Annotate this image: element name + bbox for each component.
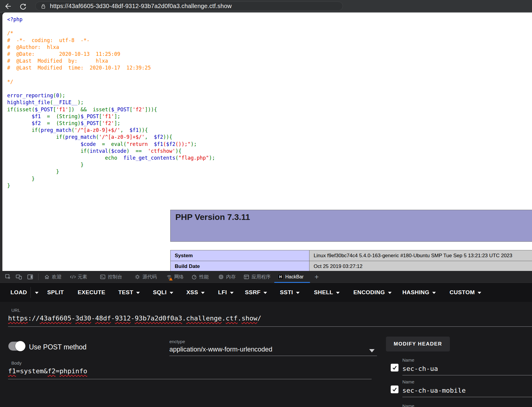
header-enabled-checkbox[interactable] — [391, 386, 398, 393]
menu-label: ENCODING — [353, 289, 385, 296]
menu-execute-button[interactable]: EXECUTE — [78, 283, 105, 302]
header-name-label: Name — [402, 379, 414, 384]
code-token: intval — [90, 148, 108, 154]
code-token: [ — [99, 120, 102, 126]
menu-lfi-button[interactable]: LFI — [218, 283, 234, 302]
code-token: $f2 — [166, 141, 175, 147]
inspect-icon[interactable] — [5, 274, 11, 280]
reload-button[interactable] — [19, 2, 27, 10]
code-token — [7, 113, 32, 119]
code-token: # @Author: hlxa — [7, 44, 59, 50]
device-toolbar-icon[interactable] — [16, 274, 22, 280]
text-segment: :// — [28, 314, 40, 322]
menu-caret-icon — [478, 292, 481, 294]
code-token: '/^[a-z0-9]+$/' — [99, 134, 145, 140]
devtools-panel: + 欢迎元素控制台源代码网络性能内存应用程序HHackBar LOADSPLIT… — [0, 271, 532, 407]
devtools-tab-hackbar[interactable]: HHackBar — [278, 271, 303, 283]
menu-ssti-button[interactable]: SSTI — [280, 283, 300, 302]
menu-shell-button[interactable]: SHELL — [314, 283, 340, 302]
menu-hashing-button[interactable]: HASHING — [402, 283, 436, 302]
code-token: __FILE__ — [53, 99, 78, 105]
page-viewport: <?php /* # -*- coding: utf-8 -*- # @Auth… — [2, 13, 532, 271]
code-token: ( — [71, 127, 74, 133]
code-token: ( — [50, 99, 53, 105]
hackbar-icon: H — [278, 274, 283, 280]
header-enabled-checkbox[interactable] — [391, 364, 398, 371]
text-segment: / — [257, 314, 261, 322]
body-field-underline — [8, 379, 372, 379]
modify-header-button[interactable]: MODIFY HEADER — [386, 337, 450, 352]
menu-ssrf-button[interactable]: SSRF — [245, 283, 267, 302]
body-input[interactable]: f1=system&f2=phpinfo — [8, 367, 87, 375]
text-segment: 93b7a2d0f0a3 — [135, 314, 182, 322]
devtools-tab-code[interactable]: 元素 — [70, 271, 87, 283]
devtools-tab-console[interactable]: 控制台 — [100, 271, 122, 283]
back-button[interactable] — [4, 2, 12, 10]
menu-split-button[interactable]: SPLIT — [47, 283, 64, 302]
code-token: # @Last Modified by: hlxa — [7, 58, 108, 64]
code-token: } — [7, 176, 35, 182]
memory-icon — [218, 274, 224, 280]
more-tabs-button[interactable]: + — [313, 273, 320, 280]
code-token: ]) && isset( — [68, 107, 111, 112]
use-post-toggle-thumb[interactable] — [15, 341, 25, 351]
dock-side-icon[interactable] — [27, 274, 33, 280]
address-bar[interactable]: https://43af6605-3d30-48df-9312-93b7a2d0… — [35, 1, 343, 11]
menu-custom-button[interactable]: CUSTOM — [450, 283, 481, 302]
code-token: 'f2' — [133, 107, 145, 112]
text-segment: . — [237, 314, 241, 322]
phpinfo-table: SystemLinux f9ef30bc74c4 5.4.0-163-gener… — [170, 250, 532, 271]
code-token: error_reporting — [7, 92, 53, 98]
menu-xss-button[interactable]: XSS — [186, 283, 205, 302]
enctype-select[interactable]: application/x-www-form-urlencoded — [169, 346, 272, 353]
code-token: = eval( — [96, 141, 126, 147]
tab-label: 应用程序 — [252, 274, 271, 280]
devtools-tab-home[interactable]: 欢迎 — [44, 271, 62, 283]
text-segment: - — [131, 314, 135, 322]
phpinfo-row-label: System — [171, 250, 309, 261]
header-name-input[interactable]: sec-ch-ua — [402, 365, 438, 372]
text-segment: = — [56, 367, 59, 375]
home-icon — [44, 274, 50, 280]
code-token: ]; — [114, 120, 120, 126]
code-token: [ — [53, 107, 56, 112]
tab-label: 网络 — [174, 274, 184, 280]
url-input[interactable]: https://43af6605-3d30-48df-9312-93b7a2d0… — [8, 314, 261, 322]
devtools-tab-memory[interactable]: 内存 — [218, 271, 236, 283]
menu-label: LOAD — [10, 289, 27, 296]
code-token: ); — [77, 99, 83, 105]
code-token: $_POST — [81, 120, 99, 126]
menu-caret-icon — [336, 292, 340, 294]
text-segment: challenge — [186, 314, 222, 322]
devtools-tab-application[interactable]: 应用程序 — [243, 271, 271, 283]
devtools-tab-network[interactable]: 网络 — [166, 271, 184, 283]
menu-load-button[interactable]: LOAD — [10, 283, 27, 302]
menu-test-button[interactable]: TEST — [118, 283, 140, 302]
phpinfo-row-value: Linux f9ef30bc74c4 5.4.0-163-generic #18… — [309, 250, 532, 261]
code-token: [ — [129, 107, 132, 112]
menu-caret-icon — [388, 292, 392, 294]
console-icon — [100, 274, 106, 280]
code-token: # -*- coding: utf-8 -*- — [7, 37, 90, 43]
tab-label: 源代码 — [142, 274, 157, 280]
code-token: $f2 — [32, 120, 41, 126]
toolbar-separator — [38, 274, 39, 280]
header-name-input[interactable]: sec-ch-ua-mobile — [402, 387, 466, 394]
menu-encoding-button[interactable]: ENCODING — [353, 283, 392, 302]
phpinfo-title: PHP Version 7.3.11 — [175, 212, 250, 222]
code-token: } — [7, 183, 10, 189]
enctype-dropdown-icon[interactable] — [369, 349, 375, 352]
text-segment: 43af6605 — [40, 314, 71, 322]
devtools-tab-performance[interactable]: 性能 — [191, 271, 209, 283]
code-token: preg_match — [65, 134, 96, 140]
devtools-tab-sources[interactable]: 源代码 — [134, 271, 157, 283]
text-segment: ctf — [226, 314, 238, 322]
text-segment: . — [222, 314, 226, 322]
menu-load-dropdown-button[interactable] — [35, 283, 39, 302]
code-token: if( — [7, 148, 90, 154]
menu-label: SPLIT — [47, 289, 64, 296]
hackbar-menubar: LOADSPLITEXECUTETESTSQLIXSSLFISSRFSSTISH… — [0, 283, 532, 302]
menu-sqli-button[interactable]: SQLI — [153, 283, 173, 302]
code-token: ( — [108, 148, 111, 154]
code-token: 'f2' — [102, 120, 114, 126]
